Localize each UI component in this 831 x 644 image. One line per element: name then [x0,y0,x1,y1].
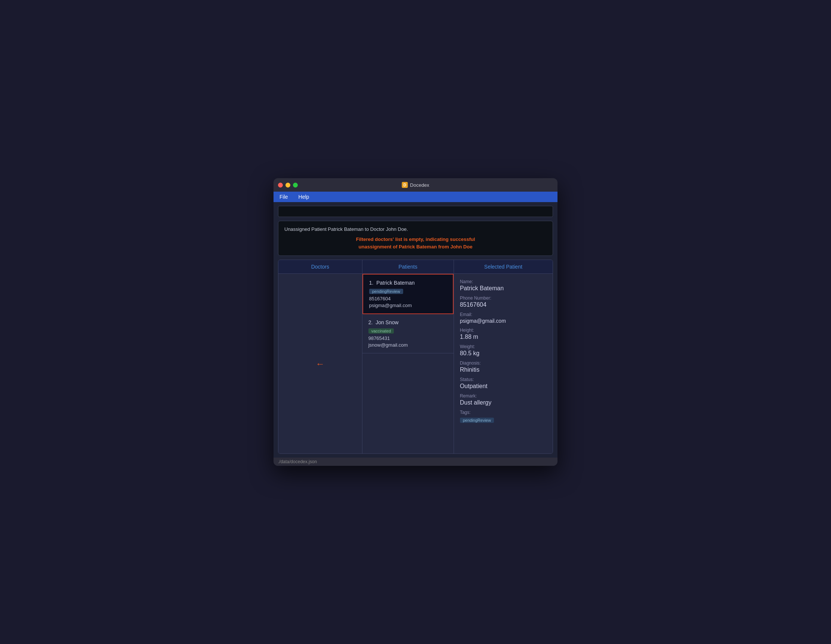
selected-patient-tag: pendingReview [460,418,494,423]
patient-2-email: jsnow@gmail.com [368,342,447,348]
doctors-panel: Doctors ← [279,260,363,453]
email-value: psigma@gmail.com [460,318,547,324]
doctors-panel-header: Doctors [279,260,362,274]
remark-value: Dust allergy [460,399,547,406]
tags-label: Tags: [460,410,547,415]
height-value: 1.88 m [460,334,547,340]
search-bar-container [274,202,557,221]
doctors-panel-body: ← [279,274,362,453]
maximize-button[interactable] [293,183,298,188]
height-label: Height: [460,328,547,333]
notification-message: Unassigned Patient Patrick Bateman to Do… [284,226,547,232]
selected-patient-header: Selected Patient [454,260,552,274]
name-value: Patrick Bateman [460,285,547,292]
phone-label: Phone Number: [460,296,547,301]
name-label: Name: [460,279,547,284]
titlebar: D Docedex [274,178,557,192]
search-input[interactable] [278,206,553,217]
notification-warning: Filtered doctors' list is empty, indicat… [284,236,547,250]
patient-card-1[interactable]: 1. Patrick Bateman pendingReview 8516760… [363,274,454,314]
menu-help[interactable]: Help [297,193,311,200]
notification-area: Unassigned Patient Patrick Bateman to Do… [278,221,553,256]
patient-1-phone: 85167604 [369,296,447,301]
diagnosis-label: Diagnosis: [460,361,547,366]
app-icon: D [402,182,408,188]
status-path: ./data/docedex.json [278,459,317,464]
statusbar: ./data/docedex.json [274,458,557,466]
weight-value: 80.5 kg [460,350,547,357]
status-label: Status: [460,377,547,382]
tags-row: pendingReview [460,417,547,425]
titlebar-title: D Docedex [402,182,429,188]
patient-1-name: 1. Patrick Bateman [369,280,447,286]
patient-2-name: 2. Jon Snow [368,320,447,325]
app-title: Docedex [410,182,429,188]
patients-panel-body: 1. Patrick Bateman pendingReview 8516760… [363,274,454,453]
patient-1-tag: pendingReview [369,289,403,294]
patient-2-phone: 98765431 [368,336,447,341]
app-window: D Docedex File Help Unassigned Patient P… [274,178,557,466]
menu-file[interactable]: File [278,193,290,200]
minimize-button[interactable] [285,183,290,188]
patient-card-2[interactable]: 2. Jon Snow vaccinated 98765431 jsnow@gm… [363,314,454,353]
close-button[interactable] [278,183,283,188]
phone-value: 85167604 [460,301,547,308]
weight-label: Weight: [460,344,547,349]
status-value: Outpatient [460,383,547,390]
patient-2-tag: vaccinated [368,328,394,334]
selected-patient-panel: Selected Patient Name: Patrick Bateman P… [454,260,552,453]
patient-1-email: psigma@gmail.com [369,302,447,308]
panels-container: Doctors ← Patients 1. Patrick Bateman pe… [278,260,553,454]
traffic-lights [278,183,298,188]
patients-panel-header: Patients [363,260,454,274]
arrow-indicator: ← [316,359,325,369]
remark-label: Remark: [460,393,547,399]
email-label: Email: [460,312,547,317]
menubar: File Help [274,192,557,202]
diagnosis-value: Rhinitis [460,366,547,373]
selected-patient-body: Name: Patrick Bateman Phone Number: 8516… [454,274,552,453]
patients-panel: Patients 1. Patrick Bateman pendingRevie… [363,260,454,453]
